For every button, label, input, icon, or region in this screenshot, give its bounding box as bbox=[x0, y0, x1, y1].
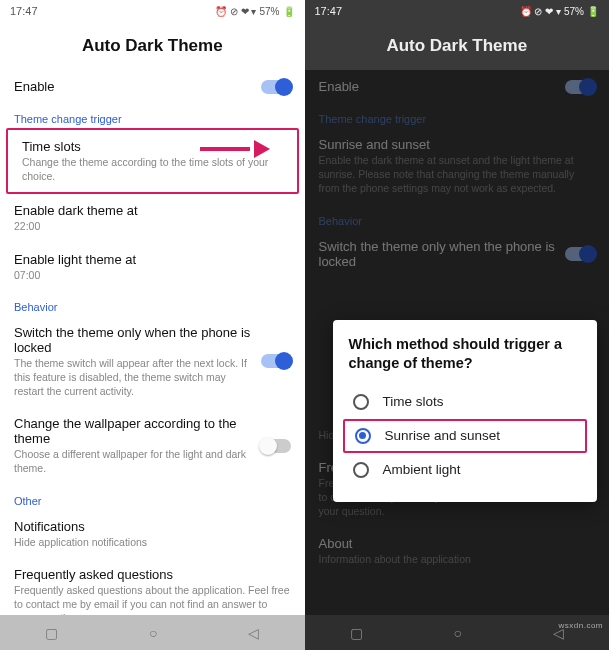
wallpaper-row[interactable]: Change the wallpaper according to the th… bbox=[0, 407, 305, 484]
enable-row[interactable]: Enable bbox=[0, 70, 305, 103]
right-screen: 17:47 ⏰ ⊘ ❤ ▾ 57% 🔋 Auto Dark Theme Enab… bbox=[305, 0, 610, 650]
enable-toggle[interactable] bbox=[261, 80, 291, 94]
light-at-row[interactable]: Enable light theme at 07:00 bbox=[0, 243, 305, 291]
section-other: Other bbox=[0, 485, 305, 510]
status-bar: 17:47 ⏰ ⊘ ❤ ▾ 57% 🔋 bbox=[305, 0, 610, 22]
wallpaper-toggle[interactable] bbox=[261, 439, 291, 453]
status-icons: ⏰ ⊘ ❤ ▾ 57% 🔋 bbox=[520, 6, 599, 17]
page-title: Auto Dark Theme bbox=[305, 22, 610, 70]
settings-content: Enable Theme change trigger Time slots C… bbox=[0, 70, 305, 615]
nav-home-icon[interactable]: ○ bbox=[454, 625, 462, 641]
watermark: wsxdn.com bbox=[558, 621, 603, 630]
page-title: Auto Dark Theme bbox=[0, 22, 305, 70]
faq-row[interactable]: Frequently asked questions Frequently as… bbox=[0, 558, 305, 615]
nav-home-icon[interactable]: ○ bbox=[149, 625, 157, 641]
switch-locked-row[interactable]: Switch the theme only when the phone is … bbox=[0, 316, 305, 408]
highlight-timeslots: Time slots Change the theme according to… bbox=[6, 128, 299, 194]
status-time: 17:47 bbox=[10, 5, 38, 17]
nav-recent-icon[interactable]: ▢ bbox=[45, 625, 58, 641]
status-bar: 17:47 ⏰ ⊘ ❤ ▾ 57% 🔋 bbox=[0, 0, 305, 22]
trigger-dialog: Which method should trigger a change of … bbox=[333, 320, 598, 502]
radio-icon bbox=[353, 394, 369, 410]
dark-at-row[interactable]: Enable dark theme at 22:00 bbox=[0, 194, 305, 242]
nav-recent-icon[interactable]: ▢ bbox=[350, 625, 363, 641]
status-icons: ⏰ ⊘ ❤ ▾ 57% 🔋 bbox=[215, 6, 294, 17]
notifications-row[interactable]: Notifications Hide application notificat… bbox=[0, 510, 305, 558]
radio-icon bbox=[353, 462, 369, 478]
left-screen: 17:47 ⏰ ⊘ ❤ ▾ 57% 🔋 Auto Dark Theme Enab… bbox=[0, 0, 305, 650]
enable-label: Enable bbox=[14, 79, 54, 94]
radio-icon bbox=[355, 428, 371, 444]
dialog-title: Which method should trigger a change of … bbox=[349, 335, 582, 373]
section-trigger: Theme change trigger bbox=[0, 103, 305, 128]
option-timeslots[interactable]: Time slots bbox=[349, 385, 582, 419]
settings-content: Enable Theme change trigger Sunrise and … bbox=[305, 70, 610, 615]
option-sunrise-sunset[interactable]: Sunrise and sunset bbox=[343, 419, 588, 453]
timeslots-sub: Change the theme according to the time s… bbox=[22, 155, 283, 183]
option-ambient[interactable]: Ambient light bbox=[349, 453, 582, 487]
status-time: 17:47 bbox=[315, 5, 343, 17]
nav-back-icon[interactable]: ◁ bbox=[248, 625, 259, 641]
section-behavior: Behavior bbox=[0, 291, 305, 316]
nav-bar: ▢ ○ ◁ bbox=[0, 615, 305, 650]
arrow-annotation bbox=[200, 140, 270, 158]
switch-locked-toggle[interactable] bbox=[261, 354, 291, 368]
